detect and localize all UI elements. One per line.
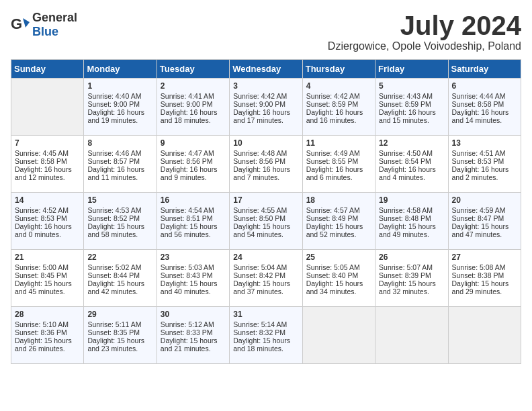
day-info-line: Sunrise: 4:45 AM	[15, 149, 80, 157]
calendar-cell	[11, 79, 84, 136]
day-info-line: Daylight: 16 hours	[452, 165, 517, 173]
calendar-cell: 31Sunrise: 5:14 AMSunset: 8:32 PMDayligh…	[230, 307, 302, 364]
day-info-line: Sunset: 8:35 PM	[87, 328, 152, 336]
day-info-line: Daylight: 16 hours	[452, 108, 517, 116]
day-info-line: Daylight: 15 hours	[161, 222, 226, 230]
day-number: 18	[306, 195, 371, 205]
day-number: 29	[87, 310, 152, 319]
day-info-line: Sunrise: 4:51 AM	[452, 149, 517, 157]
day-info-line: Sunrise: 4:43 AM	[379, 92, 444, 100]
day-info-line: Sunset: 8:55 PM	[306, 157, 371, 165]
day-info-line: Sunrise: 4:48 AM	[233, 149, 298, 157]
calendar-cell: 22Sunrise: 5:02 AMSunset: 8:44 PMDayligh…	[84, 250, 157, 307]
day-info-line: Sunrise: 5:08 AM	[452, 263, 517, 271]
calendar-cell: 5Sunrise: 4:43 AMSunset: 8:59 PMDaylight…	[375, 79, 448, 136]
day-number: 23	[161, 253, 226, 262]
weekday-header-cell: Saturday	[448, 60, 521, 79]
day-info-line: Daylight: 16 hours	[306, 108, 371, 116]
day-info-line: Daylight: 16 hours	[161, 108, 226, 116]
day-info-line: Daylight: 16 hours	[15, 222, 80, 230]
day-number: 8	[87, 138, 152, 148]
day-number: 6	[452, 81, 517, 91]
day-info-line: Daylight: 16 hours	[87, 108, 152, 116]
day-info-line: and 7 minutes.	[233, 173, 298, 181]
day-info-line: Sunrise: 5:11 AM	[87, 320, 152, 328]
day-info-line: Sunset: 8:56 PM	[161, 157, 226, 165]
day-number: 14	[15, 195, 80, 205]
day-info-line: and 52 minutes.	[306, 230, 371, 238]
day-info-line: Sunrise: 5:14 AM	[233, 320, 298, 328]
calendar-cell: 29Sunrise: 5:11 AMSunset: 8:35 PMDayligh…	[84, 307, 157, 364]
day-info-line: and 4 minutes.	[379, 173, 444, 181]
calendar-body: 1Sunrise: 4:40 AMSunset: 9:00 PMDaylight…	[11, 79, 521, 364]
day-info-line: and 49 minutes.	[379, 230, 444, 238]
day-info-line: and 12 minutes.	[15, 173, 80, 181]
day-number: 2	[161, 81, 226, 91]
day-info-line: Sunrise: 5:05 AM	[306, 263, 371, 271]
day-number: 17	[233, 195, 298, 205]
calendar-cell	[375, 307, 448, 364]
day-info-line: Sunset: 8:57 PM	[87, 157, 152, 165]
day-info-line: and 37 minutes.	[233, 287, 298, 295]
day-number: 26	[379, 253, 444, 262]
day-info-line: Sunset: 8:59 PM	[306, 100, 371, 108]
day-number: 10	[233, 138, 298, 148]
day-info-line: Daylight: 15 hours	[87, 279, 152, 287]
day-info-line: and 0 minutes.	[15, 230, 80, 238]
day-info-line: Daylight: 15 hours	[452, 279, 517, 287]
day-info-line: Sunset: 9:00 PM	[87, 100, 152, 108]
day-info-line: Sunrise: 4:47 AM	[161, 149, 226, 157]
day-info-line: and 18 minutes.	[233, 345, 298, 353]
day-info-line: and 45 minutes.	[15, 287, 80, 295]
day-info-line: Sunrise: 5:03 AM	[161, 263, 226, 271]
calendar-cell: 26Sunrise: 5:07 AMSunset: 8:39 PMDayligh…	[375, 250, 448, 307]
day-info-line: Sunrise: 4:46 AM	[87, 149, 152, 157]
svg-text:G: G	[11, 15, 22, 32]
day-number: 15	[87, 195, 152, 205]
day-info-line: and 42 minutes.	[87, 287, 152, 295]
calendar-cell: 6Sunrise: 4:44 AMSunset: 8:58 PMDaylight…	[448, 79, 521, 136]
day-info-line: Daylight: 15 hours	[306, 279, 371, 287]
day-info-line: and 14 minutes.	[452, 116, 517, 124]
day-info-line: Sunset: 8:51 PM	[161, 214, 226, 222]
header: G General Blue July 2024 Dziergowice, Op…	[11, 11, 521, 52]
day-info-line: and 26 minutes.	[15, 345, 80, 353]
month-title: July 2024	[328, 11, 521, 40]
day-info-line: and 19 minutes.	[87, 116, 152, 124]
calendar-cell: 10Sunrise: 4:48 AMSunset: 8:56 PMDayligh…	[230, 136, 302, 193]
day-info-line: Sunset: 8:54 PM	[379, 157, 444, 165]
day-number: 25	[306, 253, 371, 262]
day-info-line: Sunrise: 4:59 AM	[452, 206, 517, 214]
calendar-week-row: 7Sunrise: 4:45 AMSunset: 8:58 PMDaylight…	[11, 136, 521, 193]
logo-general: General	[32, 11, 77, 24]
day-info-line: Sunset: 8:48 PM	[379, 214, 444, 222]
day-info-line: Sunset: 8:33 PM	[161, 328, 226, 336]
day-info-line: Daylight: 15 hours	[87, 336, 152, 345]
day-info-line: and 15 minutes.	[379, 116, 444, 124]
day-info-line: and 23 minutes.	[87, 345, 152, 353]
day-info-line: Sunset: 8:56 PM	[233, 157, 298, 165]
calendar-cell: 23Sunrise: 5:03 AMSunset: 8:43 PMDayligh…	[157, 250, 229, 307]
calendar-cell	[448, 307, 521, 364]
day-info-line: Daylight: 15 hours	[15, 279, 80, 287]
calendar-cell: 19Sunrise: 4:58 AMSunset: 8:48 PMDayligh…	[375, 193, 448, 250]
logo-icon: G	[11, 15, 30, 34]
day-number: 21	[15, 253, 80, 262]
day-info-line: Sunset: 8:58 PM	[452, 100, 517, 108]
calendar-cell: 7Sunrise: 4:45 AMSunset: 8:58 PMDaylight…	[11, 136, 84, 193]
day-info-line: Sunset: 8:47 PM	[452, 214, 517, 222]
day-info-line: Sunrise: 4:55 AM	[233, 206, 298, 214]
calendar-cell: 15Sunrise: 4:53 AMSunset: 8:52 PMDayligh…	[84, 193, 157, 250]
day-info-line: Sunrise: 5:10 AM	[15, 320, 80, 328]
day-info-line: Sunset: 8:45 PM	[15, 271, 80, 279]
day-info-line: and 21 minutes.	[161, 345, 226, 353]
location-title: Dziergowice, Opole Voivodeship, Poland	[328, 40, 521, 52]
day-info-line: Sunrise: 4:53 AM	[87, 206, 152, 214]
day-number: 19	[379, 195, 444, 205]
day-info-line: Sunrise: 4:50 AM	[379, 149, 444, 157]
calendar-week-row: 14Sunrise: 4:52 AMSunset: 8:53 PMDayligh…	[11, 193, 521, 250]
day-info-line: and 47 minutes.	[452, 230, 517, 238]
day-info-line: Daylight: 16 hours	[233, 165, 298, 173]
day-info-line: Sunrise: 4:41 AM	[161, 92, 226, 100]
day-info-line: Daylight: 15 hours	[379, 222, 444, 230]
